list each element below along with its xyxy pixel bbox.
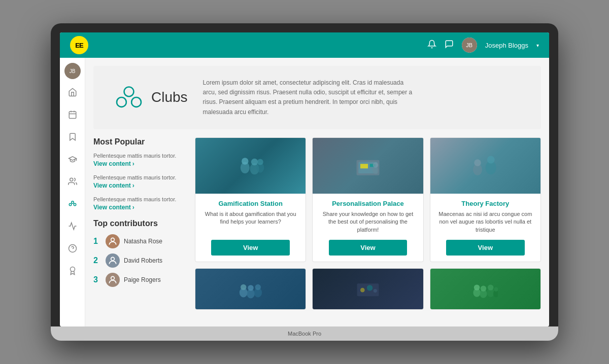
contributor-3-name: Paige Rogers <box>124 276 161 283</box>
ee-logo: EE <box>70 36 88 54</box>
user-name: Joseph Bloggs <box>485 42 528 49</box>
cards-grid: Gamification Station What is it about ga… <box>195 137 541 310</box>
laptop-frame: EE JB Joseph Bloggs ▾ <box>51 23 558 341</box>
card-theory-image <box>430 138 540 194</box>
chevron-right-icon-3: › <box>132 204 134 211</box>
contributor-3: 3 Paige Rogers <box>93 273 185 287</box>
popular-item-2: Pellentesque mattis mauris tortor. View … <box>93 174 185 189</box>
popular-item-1: Pellentesque mattis mauris tortor. View … <box>93 153 185 167</box>
card-bottom-1 <box>195 268 306 310</box>
contributor-2-avatar <box>106 253 120 268</box>
card-gamification-button[interactable]: View <box>211 240 290 256</box>
svg-point-42 <box>374 289 377 293</box>
user-menu-chevron[interactable]: ▾ <box>536 43 539 48</box>
contributor-2-rank: 2 <box>93 256 101 265</box>
card-gamification-image <box>195 138 306 194</box>
svg-point-11 <box>124 87 134 97</box>
popular-item-3: Pellentesque mattis mauris tortor. View … <box>93 196 185 211</box>
main-layout: JB <box>60 58 549 326</box>
contributor-2: 2 David Roberts <box>93 253 185 268</box>
card-gamification-body: Gamification Station What is it about ga… <box>195 194 306 262</box>
svg-point-10 <box>70 267 75 272</box>
contributor-1: 1 Natasha Rose <box>93 234 185 248</box>
chevron-right-icon-1: › <box>132 160 134 167</box>
card-personalisation-image <box>313 138 423 194</box>
top-contributors-title: Top contributors <box>93 219 185 228</box>
card-gamification-desc: What is it about gamification that you f… <box>201 210 299 234</box>
sidebar-item-achievements[interactable] <box>63 262 82 280</box>
contributor-1-rank: 1 <box>93 237 101 246</box>
svg-point-6 <box>69 203 72 206</box>
card-bottom-1-image <box>195 269 306 309</box>
card-theory-title: Theory Factory <box>436 200 534 207</box>
svg-point-30 <box>475 159 482 166</box>
sidebar-item-analytics[interactable] <box>63 217 82 235</box>
contributor-1-avatar <box>106 234 120 248</box>
contributor-2-name: David Roberts <box>124 257 162 264</box>
sidebar-item-calendar[interactable] <box>63 105 82 124</box>
sidebar-item-clubs[interactable] <box>63 195 82 213</box>
svg-point-18 <box>242 158 249 165</box>
svg-point-34 <box>241 284 246 290</box>
sidebar-item-bookmark[interactable] <box>63 128 82 146</box>
svg-point-14 <box>111 238 115 241</box>
sidebar-item-learning[interactable] <box>63 150 82 168</box>
svg-point-40 <box>360 288 365 293</box>
sidebar-item-people[interactable] <box>63 172 82 191</box>
user-avatar: JB <box>462 38 477 53</box>
laptop-model-label: MacBook Pro <box>288 331 321 337</box>
sidebar-item-help[interactable] <box>63 239 82 258</box>
svg-point-32 <box>487 156 495 163</box>
popular-item-2-text: Pellentesque mattis mauris tortor. <box>93 174 185 180</box>
card-theory-button[interactable]: View <box>446 240 525 256</box>
view-content-link-2[interactable]: View content › <box>93 182 185 189</box>
left-panel: Most Popular Pellentesque mattis mauris … <box>93 137 195 310</box>
screen: EE JB Joseph Bloggs ▾ <box>60 32 549 326</box>
view-content-link-3[interactable]: View content › <box>93 204 185 211</box>
svg-point-28 <box>373 162 379 168</box>
svg-point-48 <box>488 284 493 290</box>
clubs-header-icon-title: Clubs <box>114 82 188 113</box>
svg-point-41 <box>367 285 373 290</box>
svg-point-38 <box>255 284 260 290</box>
content-area: Clubs Lorem ipsum dolor sit amet, consec… <box>85 58 549 326</box>
svg-rect-0 <box>69 112 76 119</box>
svg-point-7 <box>74 203 76 206</box>
svg-point-44 <box>474 284 480 290</box>
card-personalisation-desc: Share your knowledge on how to get the b… <box>319 210 417 234</box>
sidebar: JB <box>60 58 85 326</box>
svg-point-4 <box>70 178 73 181</box>
card-theory: Theory Factory Maecenas ac nisi id arcu … <box>430 137 541 262</box>
messages-icon[interactable] <box>445 40 454 51</box>
popular-item-3-text: Pellentesque mattis mauris tortor. <box>93 196 185 202</box>
card-bottom-2 <box>312 268 423 310</box>
svg-rect-25 <box>360 164 368 168</box>
card-gamification: Gamification Station What is it about ga… <box>195 137 306 262</box>
clubs-banner: Clubs Lorem ipsum dolor sit amet, consec… <box>93 66 541 129</box>
card-bottom-2-image <box>313 269 423 309</box>
sidebar-user-avatar: JB <box>64 63 81 79</box>
clubs-description: Lorem ipsum dolor sit amet, consectetur … <box>203 78 416 117</box>
nav-right-section: JB Joseph Bloggs ▾ <box>427 38 539 53</box>
svg-point-22 <box>257 159 263 165</box>
view-content-link-1[interactable]: View content › <box>93 160 185 167</box>
laptop-base: MacBook Pro <box>51 326 558 341</box>
card-personalisation-body: Personalisation Palace Share your knowle… <box>313 194 423 262</box>
svg-point-20 <box>251 159 258 166</box>
main-section: Most Popular Pellentesque mattis mauris … <box>85 129 549 318</box>
svg-point-15 <box>111 257 115 261</box>
sidebar-item-home[interactable] <box>63 83 82 101</box>
card-bottom-3-image <box>430 269 540 309</box>
svg-point-13 <box>131 97 141 107</box>
contributor-3-avatar <box>106 273 120 287</box>
svg-point-16 <box>111 276 115 280</box>
card-personalisation-button[interactable]: View <box>329 240 408 256</box>
most-popular-title: Most Popular <box>93 137 185 147</box>
svg-point-36 <box>248 285 253 290</box>
card-personalisation: Personalisation Palace Share your knowle… <box>312 137 423 262</box>
svg-point-5 <box>71 201 74 204</box>
svg-point-12 <box>117 97 126 107</box>
notification-icon[interactable] <box>427 40 436 51</box>
card-theory-desc: Maecenas ac nisi id arcu congue com non … <box>436 210 534 234</box>
clubs-icon <box>114 82 144 113</box>
